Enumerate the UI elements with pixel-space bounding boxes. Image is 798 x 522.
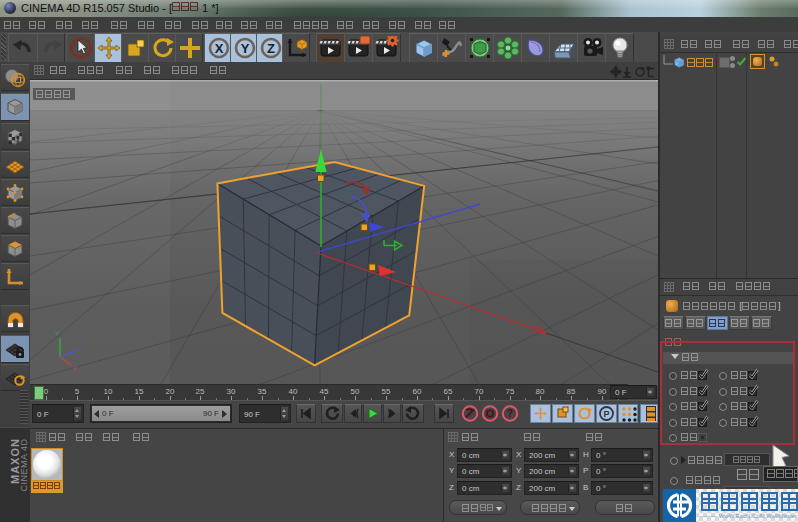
svg-text:Y: Y [55, 330, 60, 337]
svg-text:Y: Y [241, 41, 250, 56]
svg-text:Z: Z [267, 41, 275, 56]
svg-text:?: ? [507, 408, 513, 419]
svg-text:Z: Z [77, 345, 82, 352]
svg-text:P: P [603, 409, 609, 419]
svg-text:X: X [215, 41, 224, 56]
svg-text:X: X [72, 365, 77, 372]
